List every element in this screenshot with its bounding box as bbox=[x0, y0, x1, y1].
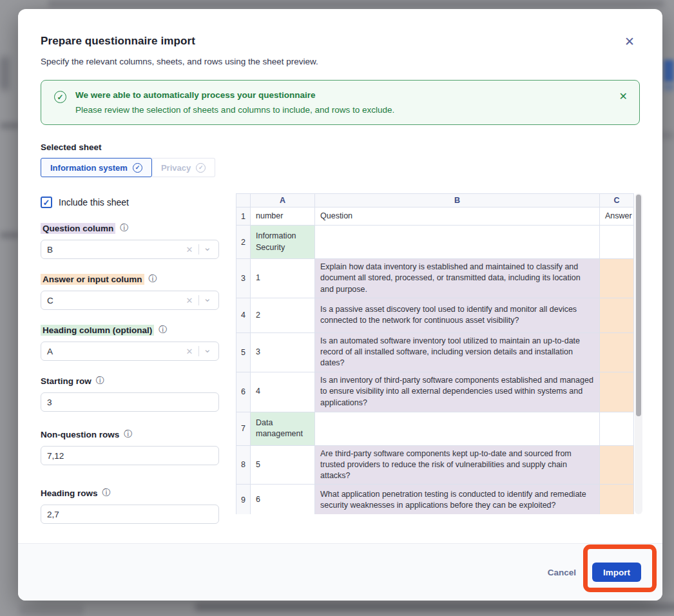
sheet-cell-b[interactable] bbox=[315, 226, 600, 259]
row-number: 8 bbox=[236, 445, 251, 485]
sheet-cell-c[interactable] bbox=[600, 485, 634, 514]
heading-rows-input[interactable] bbox=[41, 505, 219, 524]
chevron-down-icon[interactable]: ⌄ bbox=[202, 242, 213, 253]
sheet-cell-c[interactable] bbox=[600, 226, 634, 259]
sheet-cell-a[interactable]: 3 bbox=[251, 332, 315, 372]
sheet-row: 96What application penetration testing i… bbox=[236, 485, 634, 514]
sheet-cell-c[interactable] bbox=[600, 445, 634, 485]
banner-close-icon[interactable]: ✕ bbox=[619, 91, 628, 102]
dimmed-page-text bbox=[195, 603, 674, 611]
clear-icon[interactable]: ✕ bbox=[183, 245, 197, 255]
info-icon[interactable]: ⓘ bbox=[149, 273, 157, 285]
include-sheet-label: Include this sheet bbox=[59, 197, 129, 207]
info-icon[interactable]: ⓘ bbox=[159, 324, 167, 336]
scrollbar-track[interactable] bbox=[635, 193, 642, 514]
sheet-cell-c[interactable]: Answer bbox=[600, 207, 634, 226]
sheet-row: 7Data management bbox=[236, 412, 634, 445]
divider bbox=[198, 346, 199, 356]
modal-footer: Cancel Import bbox=[18, 543, 662, 601]
sheet-cell-a[interactable]: 4 bbox=[251, 372, 315, 412]
success-banner: ✓ We were able to automatically process … bbox=[41, 80, 640, 125]
sheet-cell-b[interactable]: Is a passive asset discovery tool used t… bbox=[315, 298, 600, 332]
page-title: Prepare questionnaire import bbox=[41, 35, 195, 48]
include-sheet-row: ✓ Include this sheet bbox=[41, 197, 219, 208]
info-icon[interactable]: ⓘ bbox=[120, 222, 128, 234]
heading-rows-label: Heading rows ⓘ bbox=[41, 487, 219, 499]
sheet-cell-b[interactable]: Are third-party software components kept… bbox=[315, 445, 600, 485]
column-header-c: C bbox=[600, 194, 634, 207]
sheet-cell-b[interactable] bbox=[315, 412, 600, 445]
tab-privacy[interactable]: Privacy ✓ bbox=[152, 158, 215, 177]
import-button[interactable]: Import bbox=[592, 563, 641, 582]
column-header-b: B bbox=[315, 194, 600, 207]
sheet-row: 2Information Security bbox=[236, 226, 634, 259]
sheet-cell-a[interactable]: Information Security bbox=[251, 226, 315, 259]
sheet-cell-c[interactable] bbox=[600, 372, 634, 412]
sheet-cell-b[interactable]: Explain how data inventory is establishe… bbox=[315, 259, 600, 298]
dimmed-page-content bbox=[664, 84, 674, 90]
sheet-cell-c[interactable] bbox=[600, 259, 634, 298]
sheet-cell-a[interactable]: Data management bbox=[251, 412, 315, 445]
row-number: 2 bbox=[236, 226, 251, 259]
sheet-cell-b[interactable]: Question bbox=[315, 207, 600, 226]
sheet-row: 64Is an inventory of third-party softwar… bbox=[236, 372, 634, 412]
row-number: 1 bbox=[236, 207, 251, 226]
row-number: 6 bbox=[236, 372, 251, 412]
row-number: 4 bbox=[236, 298, 251, 332]
sheet-cell-c[interactable] bbox=[600, 412, 634, 445]
sheet-cell-c[interactable] bbox=[600, 298, 634, 332]
question-column-select[interactable]: B ✕ ⌄ bbox=[41, 240, 219, 259]
column-header-row: A B C bbox=[236, 194, 634, 207]
row-number: 3 bbox=[236, 259, 251, 298]
chevron-down-icon[interactable]: ⌄ bbox=[202, 343, 213, 355]
sheet-row: 85Are third-party software components ke… bbox=[236, 445, 634, 485]
non-question-rows-input[interactable] bbox=[41, 446, 219, 465]
info-icon[interactable]: ⓘ bbox=[124, 428, 132, 440]
sheet-preview: A B C 1numberQuestionAnswer2Information … bbox=[236, 193, 642, 514]
starting-row-label: Starting row ⓘ bbox=[41, 375, 219, 387]
sheet-preview-table: A B C 1numberQuestionAnswer2Information … bbox=[236, 193, 634, 514]
sheet-row: 53Is an automated software inventory too… bbox=[236, 332, 634, 372]
dimmed-page-content bbox=[0, 122, 19, 129]
tab-label: Privacy bbox=[161, 163, 191, 173]
cancel-button[interactable]: Cancel bbox=[548, 568, 576, 577]
sheet-cell-a[interactable]: 6 bbox=[251, 485, 315, 514]
divider bbox=[198, 244, 199, 255]
clear-icon[interactable]: ✕ bbox=[183, 296, 197, 305]
dimmed-page-content bbox=[19, 604, 84, 616]
tab-label: Information system bbox=[50, 163, 128, 173]
info-icon[interactable]: ⓘ bbox=[102, 487, 111, 499]
sheet-tabs: Information system ✓ Privacy ✓ bbox=[41, 158, 640, 177]
modal-subtitle: Specify the relevant columns, sheets, an… bbox=[41, 57, 640, 66]
sheet-cell-a[interactable]: number bbox=[251, 207, 315, 226]
include-sheet-checkbox[interactable]: ✓ bbox=[41, 197, 52, 208]
info-icon[interactable]: ⓘ bbox=[96, 375, 104, 387]
sheet-cell-c[interactable] bbox=[600, 332, 634, 372]
check-circle-icon: ✓ bbox=[133, 163, 142, 173]
selected-sheet-label: Selected sheet bbox=[41, 142, 640, 152]
sheet-cell-b[interactable]: Is an automated software inventory tool … bbox=[315, 332, 600, 372]
dimmed-page-content bbox=[0, 57, 9, 90]
dimmed-page-button bbox=[664, 60, 674, 82]
clear-icon[interactable]: ✕ bbox=[183, 347, 197, 356]
check-circle-icon: ✓ bbox=[196, 163, 206, 173]
tab-information-system[interactable]: Information system ✓ bbox=[41, 158, 152, 177]
sheet-cell-b[interactable]: Is an inventory of third-party software … bbox=[315, 372, 600, 412]
sheet-cell-a[interactable]: 2 bbox=[251, 298, 315, 332]
sheet-cell-b[interactable]: What application penetration testing is … bbox=[315, 485, 600, 514]
sheet-cell-a[interactable]: 5 bbox=[251, 445, 315, 485]
sheet-row: 1numberQuestionAnswer bbox=[236, 207, 634, 226]
column-header-a: A bbox=[251, 194, 315, 207]
dimmed-page-header bbox=[48, 0, 664, 7]
heading-column-select[interactable]: A ✕ ⌄ bbox=[41, 342, 219, 361]
close-icon[interactable]: ✕ bbox=[624, 35, 635, 48]
row-number: 7 bbox=[236, 412, 251, 445]
corner-cell bbox=[236, 194, 251, 207]
answer-column-select[interactable]: C ✕ ⌄ bbox=[41, 291, 219, 310]
sheet-cell-a[interactable]: 1 bbox=[251, 259, 315, 298]
scrollbar-thumb[interactable] bbox=[636, 195, 641, 416]
chevron-down-icon[interactable]: ⌄ bbox=[202, 293, 213, 304]
banner-subtitle: Please review the selection of sheets an… bbox=[75, 105, 619, 115]
starting-row-input[interactable] bbox=[41, 392, 219, 412]
sheet-row: 31Explain how data inventory is establis… bbox=[236, 259, 634, 298]
